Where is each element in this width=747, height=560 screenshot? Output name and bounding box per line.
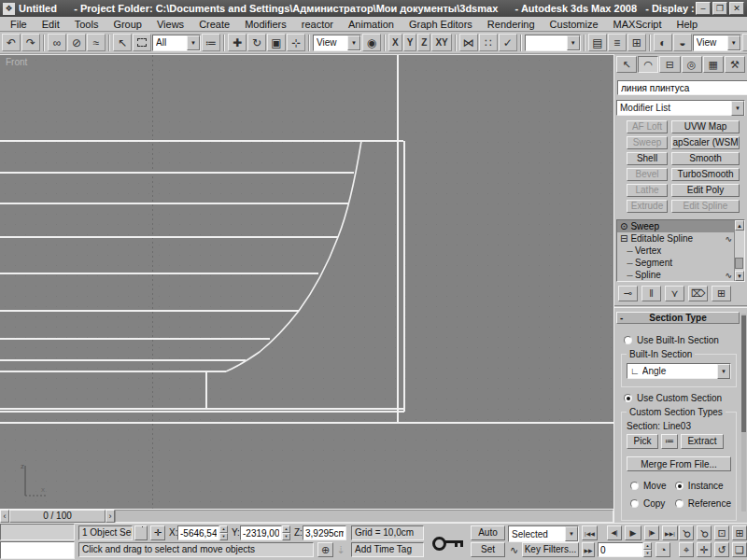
select-and-manipulate-icon[interactable]: ⊹ xyxy=(287,34,305,51)
radio-icon[interactable] xyxy=(630,482,639,490)
scroll-down-icon[interactable]: ▼ xyxy=(735,271,744,281)
minimize-button[interactable]: – xyxy=(696,2,711,15)
arc-rotate-icon[interactable]: ↺ xyxy=(714,542,729,557)
modifier-button-edit-poly[interactable]: Edit Poly xyxy=(671,184,740,197)
reference-coordinate-dropdown[interactable]: View ▼ xyxy=(313,35,361,51)
instance-radio[interactable]: Instance xyxy=(675,481,731,491)
align-icon[interactable]: ✓ xyxy=(499,34,517,51)
use-custom-section-radio[interactable]: Use Custom Section xyxy=(624,393,738,403)
named-selection-sets-dropdown[interactable]: ▼ xyxy=(525,35,581,51)
pin-stack-icon[interactable]: ⊸ xyxy=(618,286,638,301)
front-viewport[interactable]: Front xyxy=(0,54,613,509)
time-prev-arrow[interactable]: ‹ xyxy=(0,510,9,523)
menu-customize[interactable]: Customize xyxy=(543,19,606,30)
stack-scrollbar[interactable]: ▲ ▼ xyxy=(734,220,744,281)
select-and-move-icon[interactable]: ✚ xyxy=(228,34,247,51)
menu-rendering[interactable]: Rendering xyxy=(480,19,543,30)
viewport-label[interactable]: Front xyxy=(6,57,27,67)
restrict-xy-button[interactable]: XY xyxy=(431,34,451,51)
section-type-rollout-header[interactable]: - Section Type xyxy=(616,312,740,324)
zoom-extents-icon[interactable]: ⊡ xyxy=(714,525,729,540)
time-slider-handle[interactable]: 0 / 100 xyxy=(9,510,106,523)
maxscript-mini-listener-bottom[interactable] xyxy=(0,541,75,559)
restrict-x-button[interactable]: X xyxy=(388,34,402,51)
chevron-down-icon[interactable]: ▼ xyxy=(567,35,580,50)
zoom-extents-all-icon[interactable]: ⊞ xyxy=(732,525,747,540)
menu-tools[interactable]: Tools xyxy=(67,19,106,30)
default-tangent-icon[interactable]: ∿ xyxy=(508,542,520,557)
stack-row-segment[interactable]: --- Segment xyxy=(617,257,744,269)
region-zoom-icon[interactable]: ⌖ xyxy=(679,542,694,557)
radio-icon[interactable] xyxy=(624,394,632,402)
object-name-field[interactable] xyxy=(617,80,747,95)
modifier-list-dropdown[interactable]: Modifier List ▼ xyxy=(616,100,745,116)
collapse-icon[interactable]: - xyxy=(620,313,623,323)
chevron-down-icon[interactable]: ▼ xyxy=(731,101,744,116)
expand-icon[interactable]: ⊟ xyxy=(620,233,627,244)
curve-editor-icon[interactable]: ▤ xyxy=(588,34,607,51)
use-pivot-center-icon[interactable]: ◉ xyxy=(362,34,381,51)
panel-scroll-thumb[interactable] xyxy=(741,315,746,432)
menu-create[interactable]: Create xyxy=(191,19,237,30)
stack-row-sweep[interactable]: ⊙ Sweep xyxy=(617,220,744,232)
stack-row-editable-spline[interactable]: ⊟ Editable Spline ∿ xyxy=(617,232,744,245)
tab-modify-icon[interactable]: ◠ xyxy=(638,56,658,73)
menu-group[interactable]: Group xyxy=(106,19,149,30)
tab-utilities-icon[interactable]: ⚒ xyxy=(725,56,745,73)
render-type-dropdown[interactable]: View ▼ xyxy=(693,35,741,51)
move-radio[interactable]: Move xyxy=(630,481,671,491)
radio-icon[interactable] xyxy=(675,499,684,508)
snap-toggle-icon[interactable]: ∷ xyxy=(479,34,498,51)
modifier-button-smooth[interactable]: Smooth xyxy=(671,152,740,165)
next-frame-icon[interactable]: |▶ xyxy=(644,525,659,540)
key-filters-button[interactable]: Key Filters... xyxy=(522,542,579,557)
rectangular-selection-icon[interactable] xyxy=(133,34,151,51)
select-object-icon[interactable]: ↖ xyxy=(113,34,132,51)
panel-scrollbar[interactable] xyxy=(741,314,746,511)
y-coordinate-field[interactable] xyxy=(240,525,282,540)
x-coordinate-field[interactable] xyxy=(177,525,219,540)
time-configuration-icon[interactable]: ◔ xyxy=(655,542,670,557)
menu-maxscript[interactable]: MAXScript xyxy=(606,19,669,30)
menu-edit[interactable]: Edit xyxy=(35,19,67,30)
tab-hierarchy-icon[interactable]: ⊟ xyxy=(659,56,680,73)
tab-motion-icon[interactable]: ◎ xyxy=(682,56,702,73)
pick-button[interactable]: Pick xyxy=(627,434,658,449)
radio-icon[interactable] xyxy=(675,482,684,490)
x-spinner[interactable]: ▲▼ xyxy=(219,525,228,540)
menu-reactor[interactable]: reactor xyxy=(294,19,341,30)
chevron-down-icon[interactable]: ▼ xyxy=(347,35,360,50)
menu-animation[interactable]: Animation xyxy=(341,19,402,30)
go-to-end-icon[interactable]: ▶▶| xyxy=(662,525,678,540)
go-to-start-icon[interactable]: |◀◀ xyxy=(582,525,598,540)
tab-create-icon[interactable]: ↖ xyxy=(616,56,637,73)
pan-icon[interactable]: ✛ xyxy=(697,542,712,557)
select-and-rotate-icon[interactable]: ↻ xyxy=(247,34,266,51)
absolute-offset-toggle-icon[interactable]: ✛ xyxy=(150,525,165,540)
close-button[interactable]: ✕ xyxy=(729,2,744,15)
select-and-link-icon[interactable]: ∞ xyxy=(48,34,66,51)
modifier-button-turbosmooth[interactable]: TurboSmooth xyxy=(671,168,740,181)
stack-row-spline[interactable]: --- Spline ∿ xyxy=(617,269,744,281)
scroll-up-icon[interactable]: ▲ xyxy=(735,220,744,231)
chevron-down-icon[interactable]: ▼ xyxy=(565,526,578,541)
menu-modifiers[interactable]: Modifiers xyxy=(237,19,294,30)
material-editor-icon[interactable]: ◐ xyxy=(654,34,672,51)
lock-selection-icon[interactable] xyxy=(134,525,148,540)
auto-key-button[interactable]: Auto Key xyxy=(471,525,505,540)
select-by-name-icon[interactable]: ≔ xyxy=(202,34,220,51)
radio-icon[interactable] xyxy=(624,336,632,344)
extract-button[interactable]: Extract xyxy=(681,434,724,449)
restrict-z-button[interactable]: Z xyxy=(417,34,430,51)
built-in-section-dropdown[interactable]: ∟ Angle ▼ xyxy=(627,363,731,379)
scroll-thumb[interactable] xyxy=(735,258,743,269)
previous-frame-icon[interactable]: ◀| xyxy=(607,525,622,540)
reference-radio[interactable]: Reference xyxy=(675,498,731,509)
select-and-scale-icon[interactable]: ▣ xyxy=(267,34,286,51)
z-coordinate-field[interactable] xyxy=(303,525,346,540)
stack-row-vertex[interactable]: --- Vertex xyxy=(617,245,744,257)
communicator-globe-icon[interactable]: ⊕ xyxy=(317,542,333,557)
show-end-result-icon[interactable]: ‖ xyxy=(641,286,661,301)
pick-by-name-icon[interactable]: ≔ xyxy=(661,434,678,449)
menu-help[interactable]: Help xyxy=(669,19,706,30)
